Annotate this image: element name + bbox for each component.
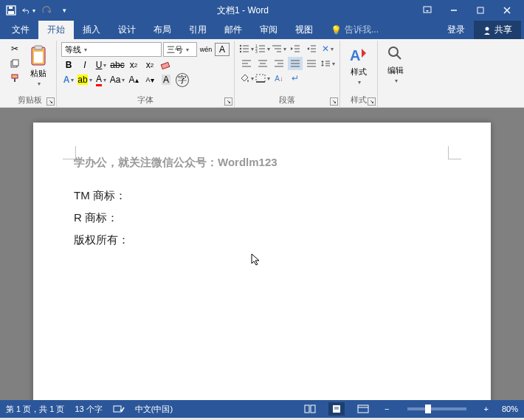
sort-button[interactable]: A↓ — [272, 72, 286, 85]
strikethrough-button[interactable]: abc — [110, 58, 125, 72]
group-label-font: 字体 — [61, 93, 230, 107]
group-label-editing — [382, 95, 409, 107]
body-line[interactable]: 版权所有： — [74, 229, 450, 251]
format-painter-button[interactable] — [7, 72, 22, 85]
multilevel-list-button[interactable]: ▾ — [272, 42, 286, 55]
login-link[interactable]: 登录 — [438, 21, 474, 39]
align-center-button[interactable] — [255, 57, 270, 70]
paste-button[interactable]: 粘贴 ▾ — [25, 42, 52, 89]
asian-layout-button[interactable]: ✕▾ — [320, 42, 335, 55]
grow-font-button[interactable]: A▴ — [126, 73, 141, 86]
svg-rect-11 — [12, 75, 18, 78]
font-size-combo[interactable]: 三号▾ — [163, 42, 197, 57]
page-indicator[interactable]: 第 1 页，共 1 页 — [6, 404, 64, 415]
group-editing: 编辑 ▾ — [378, 41, 413, 107]
phonetic-guide-button[interactable]: wén — [199, 43, 213, 56]
web-layout-button[interactable] — [355, 402, 371, 416]
highlight-button[interactable]: ab▾ — [77, 73, 92, 86]
body-line[interactable]: R 商标： — [74, 207, 450, 229]
zoom-thumb[interactable] — [425, 404, 431, 413]
group-label-clipboard: 剪贴板 — [7, 93, 52, 107]
text-effects-button[interactable]: A▾ — [61, 73, 76, 86]
spellcheck-icon[interactable] — [113, 404, 125, 414]
dialog-launcher-font[interactable]: ↘ — [224, 97, 232, 106]
align-justify-button[interactable] — [288, 57, 303, 70]
quick-access-toolbar: ▾ ▾ — [4, 4, 71, 17]
zoom-in-button[interactable]: + — [481, 404, 492, 413]
close-icon[interactable] — [494, 3, 520, 18]
char-border-button[interactable]: A — [215, 43, 230, 56]
ribbon-options-icon[interactable] — [415, 3, 440, 18]
scissors-icon: ✂ — [11, 44, 18, 54]
copy-button[interactable] — [7, 57, 22, 70]
outdent-icon — [290, 44, 300, 53]
sort-icon: A↓ — [275, 75, 283, 83]
styles-button[interactable]: A 样式 ▾ — [345, 42, 373, 88]
header-text[interactable]: 学办公，就关注微信公众号：Wordlm123 — [74, 156, 450, 170]
change-case-button[interactable]: Aa▾ — [110, 73, 125, 86]
tab-references[interactable]: 引用 — [180, 21, 216, 39]
group-styles: A 样式 ▾ 样式 ↘ — [340, 41, 378, 107]
minimize-icon[interactable] — [441, 3, 466, 18]
shrink-font-button[interactable]: A▾ — [142, 73, 157, 86]
char-shading-button[interactable]: A — [159, 73, 173, 86]
tab-layout[interactable]: 布局 — [145, 21, 180, 39]
font-color-button[interactable]: A▾ — [94, 73, 108, 86]
subscript-button[interactable]: x2 — [126, 58, 141, 72]
tab-file[interactable]: 文件 — [3, 21, 38, 39]
shading-button[interactable]: ▾ — [239, 72, 254, 85]
tellme-search[interactable]: 💡告诉我... — [322, 21, 387, 39]
redo-icon[interactable] — [40, 4, 53, 17]
align-right-button[interactable] — [272, 57, 286, 70]
maximize-icon[interactable] — [468, 3, 493, 18]
body-line[interactable]: TM 商标： — [74, 185, 450, 207]
bullets-button[interactable]: ▾ — [239, 42, 254, 55]
line-spacing-button[interactable]: ▾ — [320, 57, 335, 70]
qat-customize-icon[interactable]: ▾ — [58, 4, 71, 17]
bold-button[interactable]: B — [61, 58, 76, 72]
clear-format-button[interactable] — [159, 58, 173, 72]
brush-icon — [10, 73, 20, 83]
tab-insert[interactable]: 插入 — [74, 21, 109, 39]
cut-button[interactable]: ✂ — [7, 42, 22, 55]
tab-review[interactable]: 审阅 — [251, 21, 286, 39]
increase-indent-button[interactable] — [304, 42, 319, 55]
word-count[interactable]: 13 个字 — [75, 404, 102, 415]
page[interactable]: 学办公，就关注微信公众号：Wordlm123 TM 商标： R 商标： 版权所有… — [33, 123, 491, 400]
italic-button[interactable]: I — [77, 58, 92, 72]
align-distribute-button[interactable] — [304, 57, 319, 70]
dialog-launcher-paragraph[interactable]: ↘ — [330, 97, 338, 106]
margin-corner — [63, 146, 76, 159]
align-left-button[interactable] — [239, 57, 254, 70]
undo-icon[interactable]: ▾ — [22, 4, 35, 17]
language-indicator[interactable]: 中文(中国) — [135, 404, 173, 415]
margin-corner — [448, 146, 461, 159]
superscript-button[interactable]: x2 — [142, 58, 157, 72]
zoom-level[interactable]: 80% — [502, 404, 518, 413]
read-mode-button[interactable] — [302, 402, 318, 416]
editing-button[interactable]: 编辑 ▾ — [382, 42, 409, 86]
document-canvas[interactable]: 学办公，就关注微信公众号：Wordlm123 TM 商标： R 商标： 版权所有… — [0, 108, 524, 400]
dialog-launcher-styles[interactable]: ↘ — [368, 97, 376, 106]
tab-design[interactable]: 设计 — [109, 21, 145, 39]
decrease-indent-button[interactable] — [288, 42, 303, 55]
tab-mailings[interactable]: 邮件 — [216, 21, 251, 39]
group-clipboard: ✂ 粘贴 ▾ 剪贴板 ↘ — [3, 41, 57, 107]
save-icon[interactable] — [4, 4, 18, 17]
underline-button[interactable]: U▾ — [94, 58, 108, 72]
dialog-launcher-clipboard[interactable]: ↘ — [46, 97, 55, 106]
zoom-out-button[interactable]: − — [382, 404, 392, 413]
zoom-slider[interactable] — [407, 407, 466, 410]
tab-home[interactable]: 开始 — [38, 21, 74, 39]
show-marks-button[interactable]: ↵ — [288, 72, 303, 85]
font-name-combo[interactable]: 等线▾ — [61, 42, 162, 57]
borders-button[interactable]: ▾ — [255, 72, 270, 85]
share-button[interactable]: 共享 — [474, 21, 521, 39]
numbering-button[interactable]: 123▾ — [255, 42, 270, 55]
svg-rect-15 — [34, 52, 43, 63]
svg-point-21 — [240, 51, 241, 52]
print-layout-button[interactable] — [328, 402, 345, 416]
window-title: 文档1 - Word — [71, 4, 415, 17]
enclose-char-button[interactable]: 字 — [175, 73, 190, 86]
tab-view[interactable]: 视图 — [286, 21, 322, 39]
